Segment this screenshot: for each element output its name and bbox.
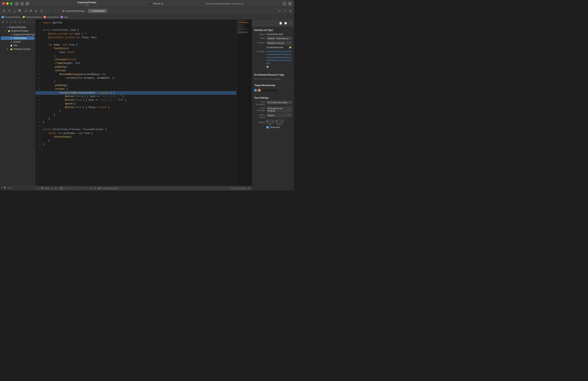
breakpoint-icon[interactable]: ◈ — [34, 9, 38, 13]
location-dropdown[interactable]: Relative to Group ▼ — [266, 41, 292, 45]
tags-placeholder: Only resources are taggable — [254, 78, 292, 80]
filter-status-icon[interactable]: 🔍 — [41, 187, 44, 190]
tag-icon[interactable]: ◈ — [18, 20, 21, 24]
sidebar-item-keyboard-toolbar[interactable]: ▾ ⊞ KeyboardToolbar — [1, 25, 35, 29]
code-line-32: 32 ContentView() — [36, 135, 236, 139]
tab-content-view[interactable]: ContentView — [88, 9, 107, 13]
indent-dropdown[interactable]: Spaces ▼ — [266, 114, 292, 117]
device-selector[interactable]: 📱 iPhone 12 — [148, 2, 163, 5]
inspector-toggle-button[interactable]: ⊞ — [288, 2, 292, 6]
debug-icon[interactable]: ⬡ — [81, 187, 84, 190]
outline-icon[interactable]: ≡ — [282, 9, 287, 13]
filter2-icon[interactable]: ⊡ — [94, 187, 97, 190]
close-button[interactable] — [2, 2, 5, 5]
scheme-icon[interactable]: ⊡ — [39, 9, 44, 13]
code-line-2: 2 — [36, 25, 236, 28]
add-file-icon[interactable]: + — [1, 186, 3, 189]
reveal-path-icon[interactable]: 📁 — [266, 65, 269, 68]
back-button[interactable]: ‹ — [47, 9, 52, 13]
breadcrumb-file[interactable]: S ContentView — [43, 16, 59, 18]
add-button[interactable]: + — [282, 2, 286, 6]
canvas-icon[interactable]: ⊡ — [288, 9, 293, 13]
code-line-20: 20 ToolbarItemGroup(placement: .keyboard… — [36, 91, 236, 95]
warning-triangle-icon[interactable]: △ — [10, 20, 13, 24]
indent-stepper-up[interactable]: ▲ — [281, 120, 283, 121]
share-icon[interactable]: ↗ — [85, 187, 88, 190]
location-row: Location Relative to Group ▼ — [254, 41, 292, 45]
reveal-icon[interactable]: 📁 — [289, 46, 292, 49]
breadcrumb-folder[interactable]: 📁 KeyboardToolbar — [22, 16, 42, 18]
sidebar-label: KeyboardToolbar — [9, 26, 26, 29]
folder-icon: 📁 — [22, 16, 25, 18]
breakpoint-status-icon[interactable]: ⊡ — [50, 187, 53, 190]
locate-icon[interactable]: ◎ — [89, 187, 92, 190]
breadcrumb-symbol[interactable]: ⬡ body — [61, 16, 68, 18]
file-browser-icon[interactable]: ⊞ — [1, 9, 6, 13]
tab-stepper-up[interactable]: ▲ — [272, 120, 273, 121]
bookmark-icon[interactable]: ⌘ — [28, 9, 33, 13]
warning-icon[interactable]: ✗ — [5, 20, 9, 24]
type-dropdown[interactable]: Default - Swift Source ▼ — [266, 37, 292, 40]
indent-stepper-down[interactable]: ▼ — [281, 121, 283, 123]
line-endings-dropdown[interactable]: No Explicit Line Endings ▼ — [266, 107, 292, 113]
wrap-checkbox[interactable]: ✓ — [266, 126, 269, 129]
target-checkbox[interactable]: ✓ — [254, 89, 257, 92]
code-editor[interactable]: 1 import SwiftUI 2 3 struct ContentView:… — [36, 19, 236, 186]
sidebar-item-app-file[interactable]: S KeyboardToolbarApp — [1, 33, 35, 36]
forward-button[interactable]: › — [52, 9, 57, 13]
encoding-dropdown[interactable]: No Explicit Encoding ▼ — [266, 101, 292, 104]
breadcrumb: A KeyboardToolbar › 📁 KeyboardToolbar › … — [0, 15, 294, 19]
jump-status-icon[interactable]: ⊞ — [54, 187, 57, 190]
sidebar-toggle-button[interactable]: ☰ — [15, 2, 19, 6]
sidebar-item-info[interactable]: 📋 Info — [1, 44, 35, 47]
assets-icon: 🗂 — [10, 40, 13, 43]
maximize-button[interactable] — [10, 2, 13, 5]
rect-icon[interactable] — [60, 187, 63, 190]
sidebar-item-preview-content[interactable]: ▶ 📁 Preview Content — [1, 47, 35, 51]
help-icon[interactable]: ? — [289, 21, 293, 25]
related-items-icon[interactable]: ↩ — [277, 9, 282, 13]
pause-icon[interactable]: ⏸ — [64, 187, 67, 190]
code-line-14: 14 .overlay( — [36, 69, 236, 73]
run-button[interactable]: ▶ — [25, 2, 29, 6]
name-row: Name ContentView.swift — [254, 33, 292, 36]
sidebar-item-content-view[interactable]: S ContentView — [1, 37, 35, 40]
dropdown-arrow: ▼ — [289, 38, 290, 39]
step-down-icon[interactable]: ↓ — [72, 187, 75, 190]
expand-icon[interactable]: ⊞ — [247, 187, 250, 190]
identity-type-section: Identity and Type Name ContentView.swift… — [252, 27, 294, 72]
git-icon[interactable]: ⎇ — [23, 9, 28, 13]
code-line-19: 19 .toolbar { — [36, 87, 236, 91]
project-icon: A — [1, 16, 4, 18]
minimize-button[interactable] — [6, 2, 9, 5]
warning-icon[interactable]: △ — [12, 9, 17, 13]
filter-input[interactable] — [7, 187, 34, 189]
filter-toggle-icon[interactable]: 🔍 — [4, 186, 6, 189]
wrap-lines-row: ✓ Wrap lines — [266, 126, 292, 129]
tab-stepper-down[interactable]: ▼ — [272, 121, 273, 123]
sidebar-item-assets[interactable]: 🗂 Assets — [1, 40, 35, 43]
file-inspector-icon[interactable]: 📄 — [279, 21, 282, 25]
code-line-18: 18 .padding() — [36, 84, 236, 87]
search-icon[interactable]: 🔍 — [18, 9, 22, 13]
step-back-icon[interactable]: ↩ — [68, 187, 71, 190]
step-up-icon[interactable]: ↑ — [77, 187, 80, 190]
code-line-6: 6 — [36, 39, 236, 43]
tab-content-label: ContentView — [93, 10, 105, 12]
stop-button[interactable]: ■ — [20, 2, 24, 6]
history-icon[interactable]: 🕐 — [284, 21, 288, 25]
git-sidebar-icon[interactable]: ⎇ — [22, 20, 26, 24]
add-status-icon[interactable]: + — [37, 187, 40, 190]
hierarchy-icon[interactable]: ⊞ — [1, 20, 5, 24]
tab-keyboard-toolbar-app[interactable]: KeyboardToolbarApp — [60, 9, 87, 13]
error-icon[interactable]: ✗ — [7, 9, 12, 13]
location-dropdown-value: Relative to Group — [268, 42, 284, 44]
filename-value: ContentView.swift — [266, 46, 288, 49]
tab-width-value: 4 — [267, 120, 272, 122]
line-endings-arrow: ▼ — [289, 109, 290, 111]
breadcrumb-project[interactable]: A KeyboardToolbar — [1, 16, 21, 18]
sidebar-item-keyboard-toolbar-folder[interactable]: ▾ 📁 KeyboardToolbar — [1, 29, 35, 33]
indent-label: Indent — [275, 123, 283, 125]
location-icon[interactable]: ◎ — [14, 20, 17, 24]
link-icon[interactable]: 🔗 — [98, 187, 101, 190]
